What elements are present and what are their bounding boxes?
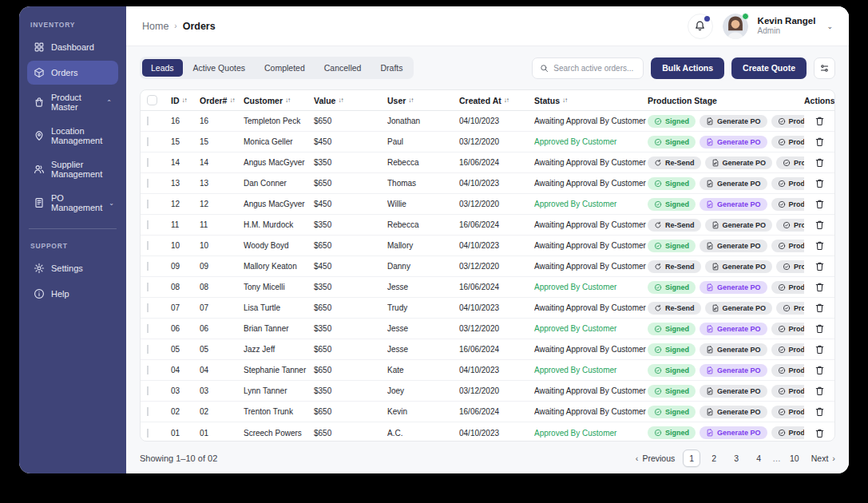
delete-button[interactable] [814,406,825,417]
row-checkbox[interactable] [147,117,149,125]
stage-badge-signed[interactable]: Signed [648,281,696,294]
sidebar-item-settings[interactable]: Settings [27,256,118,280]
delete-button[interactable] [814,344,825,354]
edit-button[interactable] [804,323,805,334]
stage-badge-generate-po[interactable]: Generate PO [705,260,773,273]
stage-badge-signed[interactable]: Signed [648,323,696,335]
search-input[interactable] [553,64,636,73]
tab-completed[interactable]: Completed [256,59,314,77]
column-header-order-[interactable]: Order#↓↑ [200,96,244,105]
sidebar-item-product-master[interactable]: Product Master⌃ [27,86,118,118]
row-checkbox[interactable] [147,366,149,374]
edit-button[interactable] [804,199,805,209]
user-menu-chevron-down-icon[interactable]: ⌄ [826,22,833,30]
edit-button[interactable] [804,303,805,313]
delete-button[interactable] [814,282,825,292]
stage-badge-generate-po[interactable]: Generate PO [705,219,773,232]
previous-page-button[interactable]: ‹ Previous [636,453,676,463]
tab-drafts[interactable]: Drafts [371,59,411,77]
column-header-value[interactable]: Value↓↑ [314,96,387,105]
stage-badge-generate-po[interactable]: Generate PO [700,323,767,335]
edit-button[interactable] [804,406,805,417]
stage-badge-generate-po[interactable]: Generate PO [700,406,767,418]
edit-button[interactable] [804,261,805,271]
create-quote-button[interactable]: Create Quote [731,57,807,79]
column-header-status[interactable]: Status↓↑ [534,96,648,105]
stage-badge-re-send[interactable]: Re-Send [648,219,701,232]
sidebar-item-dashboard[interactable]: Dashboard [27,35,118,59]
page-button-4[interactable]: 4 [750,450,767,467]
row-checkbox[interactable] [147,262,149,271]
stage-badge-production[interactable]: Production [771,385,804,398]
delete-button[interactable] [814,428,825,438]
column-header-user[interactable]: User↓↑ [387,96,459,105]
edit-button[interactable] [804,178,805,188]
stage-badge-generate-po[interactable]: Generate PO [705,156,773,169]
stage-badge-generate-po[interactable]: Generate PO [700,177,767,190]
stage-badge-generate-po[interactable]: Generate PO [700,198,767,211]
table-settings-button[interactable] [814,57,835,79]
row-checkbox[interactable] [147,137,149,146]
stage-badge-generate-po[interactable]: Generate PO [705,302,773,315]
row-checkbox[interactable] [147,324,149,333]
stage-badge-generate-po[interactable]: Generate PO [700,281,767,294]
delete-button[interactable] [814,240,825,251]
row-checkbox[interactable] [147,345,149,354]
delete-button[interactable] [814,199,825,209]
edit-button[interactable] [804,386,805,396]
notifications-button[interactable] [688,14,713,39]
row-checkbox[interactable] [147,283,149,291]
row-checkbox[interactable] [147,179,149,188]
delete-button[interactable] [814,178,825,188]
edit-button[interactable] [804,282,805,292]
row-checkbox[interactable] [147,220,149,229]
stage-badge-signed[interactable]: Signed [648,136,696,149]
stage-badge-signed[interactable]: Signed [648,364,696,377]
edit-button[interactable] [804,344,805,354]
edit-button[interactable] [804,137,805,147]
tab-active-quotes[interactable]: Active Quotes [184,59,254,77]
edit-button[interactable] [804,428,805,438]
edit-button[interactable] [804,116,805,126]
stage-badge-signed[interactable]: Signed [648,198,696,211]
stage-badge-production[interactable]: Production [771,115,804,128]
sidebar-item-orders[interactable]: Orders [27,61,118,85]
stage-badge-generate-po[interactable]: Generate PO [700,364,767,377]
delete-button[interactable] [814,323,825,334]
column-header-created-at[interactable]: Created At↓↑ [459,96,534,105]
column-header-customer[interactable]: Customer↓↑ [244,96,314,105]
edit-button[interactable] [804,220,805,230]
delete-button[interactable] [814,157,825,168]
stage-badge-production[interactable]: Production [771,426,804,439]
stage-badge-production[interactable]: Production [771,364,804,377]
stage-badge-production[interactable]: Production [771,406,804,418]
stage-badge-generate-po[interactable]: Generate PO [700,385,767,398]
delete-button[interactable] [814,116,825,126]
stage-badge-production[interactable]: Production [771,240,804,252]
stage-badge-signed[interactable]: Signed [648,426,696,439]
sidebar-item-location-management[interactable]: Location Management [27,120,118,152]
edit-button[interactable] [804,240,805,251]
row-checkbox[interactable] [147,407,149,416]
stage-badge-signed[interactable]: Signed [648,343,696,356]
stage-badge-production[interactable]: Production [771,281,804,294]
stage-badge-signed[interactable]: Signed [648,406,696,418]
stage-badge-re-send[interactable]: Re-Send [648,302,701,315]
page-button-3[interactable]: 3 [727,450,745,467]
sidebar-item-po-management[interactable]: PO Management⌄ [27,187,118,219]
stage-badge-production[interactable]: Production [771,136,804,149]
sidebar-item-supplier-management[interactable]: Supplier Management [27,153,118,185]
breadcrumb-home[interactable]: Home [142,21,168,32]
stage-badge-production[interactable]: Production [771,177,804,190]
delete-button[interactable] [814,220,825,230]
tab-leads[interactable]: Leads [142,59,183,77]
bulk-actions-button[interactable]: Bulk Actions [651,57,724,79]
page-button-2[interactable]: 2 [705,450,723,467]
stage-badge-production[interactable]: Production [771,343,804,356]
page-button-1[interactable]: 1 [683,450,700,467]
tab-cancelled[interactable]: Cancelled [315,59,371,77]
delete-button[interactable] [814,137,825,147]
stage-badge-signed[interactable]: Signed [648,177,696,190]
stage-badge-re-send[interactable]: Re-Send [648,260,701,273]
stage-badge-generate-po[interactable]: Generate PO [700,343,767,356]
